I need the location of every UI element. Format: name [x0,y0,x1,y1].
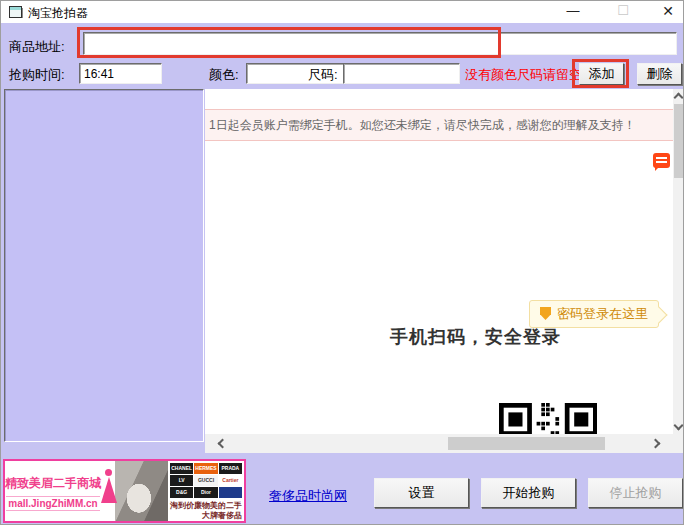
ad-url: mall.JingZhiMM.cn [6,496,99,511]
woman-silhouette-icon [101,461,115,521]
close-button[interactable]: ✕ [649,1,684,23]
password-login-tooltip: 密码登录在这里 [529,300,659,328]
leave-blank-hint: 没有颜色尺码请留空 [465,66,582,84]
scroll-right-icon[interactable] [651,439,661,449]
shield-icon [540,307,551,320]
color-label: 颜色: [209,66,239,84]
vertical-scrollbar[interactable] [673,89,684,434]
brand-tile: Dior [194,487,217,498]
stop-grab-button[interactable]: 停止抢购 [588,478,683,508]
luxury-site-link[interactable]: 奢侈品时尚网 [269,487,347,505]
product-address-label: 商品地址: [9,38,65,56]
brand-tile: D&G [170,487,193,498]
bind-phone-notice: 1日起会员账户需绑定手机。如您还未绑定，请尽快完成，感谢您的理解及支持！ [205,109,673,141]
size-input[interactable] [343,63,460,84]
delete-button[interactable]: 删除 [637,63,682,85]
qr-code [499,403,597,434]
scan-login-title: 手机扫码，安全登录 [390,325,561,349]
horizontal-scrollbar[interactable] [205,434,673,453]
ad-banner-text: 精致美眉二手商城 mall.JingZhiMM.cn [5,461,101,521]
add-button[interactable]: 添加 [579,63,624,85]
start-grab-button[interactable]: 开始抢购 [481,478,576,508]
app-window: 淘宝抢拍器 — ☐ ✕ 商品地址: 抢购时间: 颜色: 尺码: 没有颜色尺码请留… [0,0,684,525]
brand-tile: CHANEL [170,463,193,474]
ad-title: 精致美眉二手商城 [5,475,101,492]
tooltip-arrow [651,307,668,324]
tooltip-text: 密码登录在这里 [557,306,648,321]
brand-tile: Cartier [219,475,242,486]
brand-tile: HERMES [194,463,217,474]
brand-tile [219,487,242,498]
settings-button[interactable]: 设置 [374,478,469,508]
maximize-button[interactable]: ☐ [604,1,642,23]
scrollbar-corner [673,434,684,453]
brand-tile: LV [170,475,193,486]
ad-photo [115,461,168,521]
ad-banner[interactable]: 精致美眉二手商城 mall.JingZhiMM.cn CHANELHERMESP… [3,459,246,523]
app-icon [9,6,22,18]
ad-slogan-line1: 淘到价廉物美的二手 [170,501,242,511]
chat-bubble-icon[interactable] [653,153,670,168]
window-title: 淘宝抢拍器 [28,5,88,22]
brand-tile: PRADA [219,463,242,474]
scroll-left-icon[interactable] [218,439,228,449]
vertical-scroll-thumb[interactable] [674,104,684,178]
scroll-up-icon[interactable] [674,93,684,103]
size-label: 尺码: [308,66,338,84]
minimize-button[interactable]: — [554,1,592,23]
ad-slogan-line2: 大牌奢侈品 [170,511,242,521]
title-bar: 淘宝抢拍器 — ☐ ✕ [1,1,683,23]
task-list[interactable] [4,89,204,442]
time-label: 抢购时间: [9,66,65,84]
time-input[interactable] [79,63,162,84]
horizontal-scroll-thumb[interactable] [448,437,605,450]
embedded-browser: 1日起会员账户需绑定手机。如您还未绑定，请尽快完成，感谢您的理解及支持！ 密码登… [205,89,673,434]
brand-tile: GUCCI [194,475,217,486]
brand-logos: CHANELHERMESPRADALVGUCCICartierD&GDior 淘… [168,461,244,521]
product-address-input[interactable] [83,32,677,55]
scroll-down-icon[interactable] [674,421,684,431]
